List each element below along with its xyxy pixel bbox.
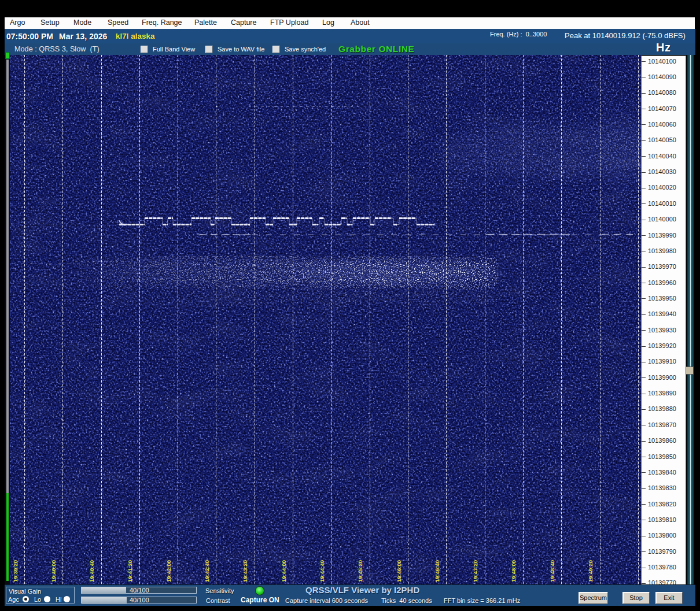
svg-text:19:40:40: 19:40:40	[89, 560, 95, 582]
svg-text:19:42:00: 19:42:00	[165, 560, 172, 582]
svg-text:19:47:20: 19:47:20	[472, 560, 478, 582]
svg-text:19:44:40: 19:44:40	[319, 560, 325, 582]
svg-text:19:39:20: 19:39:20	[12, 560, 19, 582]
svg-text:19:48:00: 19:48:00	[510, 560, 517, 582]
svg-text:19:43:20: 19:43:20	[242, 560, 248, 582]
svg-text:19:46:40: 19:46:40	[434, 560, 440, 582]
svg-text:19:45:20: 19:45:20	[357, 560, 363, 582]
svg-text:19:48:40: 19:48:40	[549, 560, 555, 582]
svg-text:19:49:20: 19:49:20	[587, 560, 594, 582]
svg-text:19:42:40: 19:42:40	[204, 560, 210, 582]
svg-text:19:44:00: 19:44:00	[281, 560, 287, 582]
svg-text:19:40:00: 19:40:00	[50, 560, 57, 582]
svg-text:19:46:00: 19:46:00	[396, 560, 402, 582]
svg-text:19:41:20: 19:41:20	[127, 560, 133, 582]
